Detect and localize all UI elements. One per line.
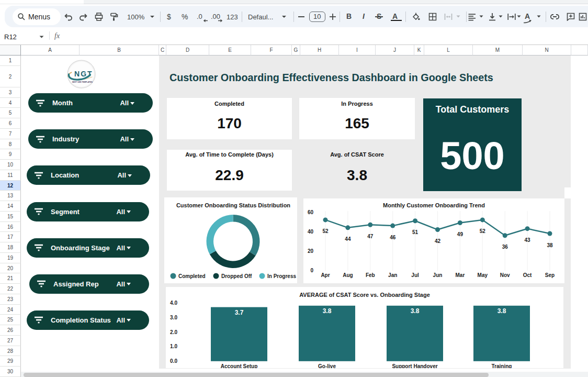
svg-text:Jun: Jun [433,272,443,278]
svg-text:Jan: Jan [388,272,397,278]
svg-text:Oct: Oct [523,272,532,278]
svg-text:49: 49 [457,231,463,237]
svg-text:51: 51 [412,229,419,235]
svg-text:Jul: Jul [411,272,419,278]
svg-text:Completed: Completed [178,273,206,279]
svg-text:Aug: Aug [343,272,353,278]
svg-text:Sep: Sep [545,272,555,278]
svg-text:52: 52 [322,228,329,234]
svg-text:60: 60 [308,209,314,215]
svg-text:52: 52 [480,228,486,234]
svg-text:Nov: Nov [500,272,510,278]
svg-text:In Progress: In Progress [267,273,296,279]
svg-text:Training: Training [492,363,512,368]
svg-text:42: 42 [435,238,441,244]
svg-text:NEXT GEN TEMPLATES: NEXT GEN TEMPLATES [72,81,93,83]
svg-text:3.8: 3.8 [323,307,332,315]
svg-text:Apr: Apr [321,272,330,278]
svg-text:47: 47 [367,234,374,239]
svg-text:40: 40 [308,229,314,235]
svg-text:36: 36 [502,244,508,250]
svg-text:May: May [478,272,488,278]
svg-text:0.0: 0.0 [170,358,177,364]
svg-text:Support Handover: Support Handover [392,363,437,368]
svg-text:Dropped Off: Dropped Off [221,273,252,279]
svg-text:46: 46 [390,235,396,240]
svg-text:Go-live: Go-live [318,363,336,368]
svg-text:4.0: 4.0 [170,300,177,306]
svg-text:3.0: 3.0 [170,315,177,320]
svg-text:Feb: Feb [366,272,375,278]
svg-text:44: 44 [345,236,351,242]
svg-text:3.8: 3.8 [497,307,506,315]
svg-text:Account Setup: Account Setup [221,363,258,368]
svg-text:3.7: 3.7 [235,309,244,316]
svg-text:Mar: Mar [456,272,465,278]
svg-text:43: 43 [525,237,531,243]
svg-text:1.0: 1.0 [170,343,177,349]
svg-text:2.0: 2.0 [170,329,177,335]
svg-text:0: 0 [310,268,313,273]
svg-text:20: 20 [308,248,314,254]
svg-text:3.8: 3.8 [411,307,420,315]
svg-text:38: 38 [547,242,553,248]
